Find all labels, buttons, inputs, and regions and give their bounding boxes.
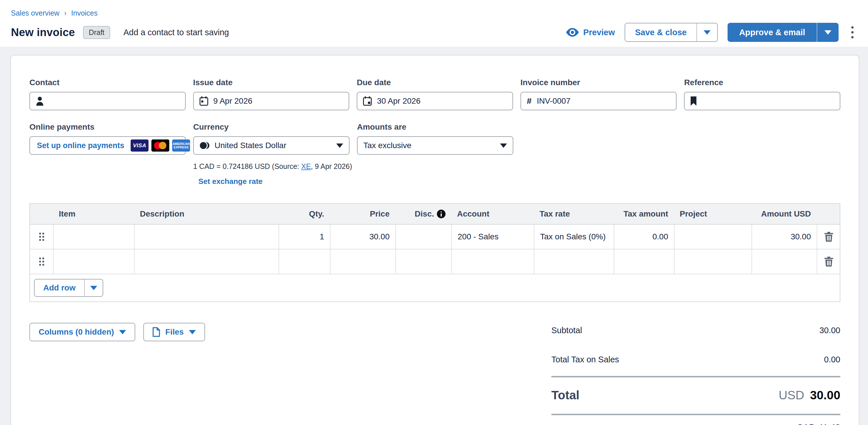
top-bar: Sales overview › Invoices New invoice Dr…	[0, 0, 868, 47]
qty-cell[interactable]: 1	[279, 225, 330, 249]
table-toolbar: Columns (0 hidden) Files	[29, 323, 205, 425]
approve-email-menu-button[interactable]	[817, 23, 839, 42]
drag-handle-icon	[39, 233, 44, 241]
columns-button[interactable]: Columns (0 hidden)	[29, 323, 135, 341]
save-close-split-button: Save & close	[625, 23, 718, 42]
drag-handle[interactable]	[30, 250, 53, 274]
breadcrumb: Sales overview › Invoices	[11, 9, 857, 18]
breadcrumb-invoices[interactable]: Invoices	[71, 9, 98, 17]
calendar-icon	[363, 96, 372, 106]
disc-cell[interactable]	[395, 250, 451, 274]
save-close-button[interactable]: Save & close	[625, 23, 696, 41]
price-cell[interactable]: 30.00	[330, 225, 395, 249]
setup-online-payments-link[interactable]: Set up online payments	[37, 141, 124, 150]
drag-handle[interactable]	[30, 225, 53, 249]
invoice-number-value: INV-0007	[537, 96, 570, 106]
chevron-right-icon: ›	[64, 9, 67, 18]
delete-column-header	[817, 204, 840, 224]
invoice-number-input[interactable]: # INV-0007	[521, 92, 677, 110]
delete-row-button[interactable]	[817, 225, 840, 249]
tax-rate-cell[interactable]	[534, 250, 614, 274]
reference-input[interactable]	[684, 92, 840, 110]
qty-cell[interactable]	[279, 250, 330, 274]
approve-email-split-button: Approve & email	[727, 23, 839, 42]
preview-label: Preview	[583, 28, 615, 37]
totals-divider	[551, 414, 840, 415]
description-cell[interactable]	[134, 225, 279, 249]
totals-divider	[551, 376, 840, 377]
reference-label: Reference	[684, 78, 840, 87]
currency-select[interactable]: United States Dollar	[193, 136, 349, 155]
due-date-input[interactable]: 30 Apr 2026	[357, 92, 513, 110]
item-cell[interactable]	[53, 250, 134, 274]
col-tax-amount: Tax amount	[614, 204, 674, 224]
item-cell[interactable]	[53, 225, 134, 249]
due-date-field: Due date 30 Apr 2026	[357, 78, 513, 110]
add-row-menu-button[interactable]	[84, 280, 103, 296]
tax-amount-cell[interactable]: 0.00	[614, 225, 674, 249]
hash-icon: #	[527, 96, 532, 106]
exchange-rate-note: 1 CAD = 0.724186 USD (Source: XE, 9 Apr …	[193, 162, 840, 171]
save-close-menu-button[interactable]	[696, 23, 717, 41]
add-row-button[interactable]: Add row	[35, 280, 84, 296]
online-payments-label: Online payments	[29, 122, 186, 132]
table-row	[30, 250, 840, 274]
delete-row-button[interactable]	[817, 250, 840, 274]
account-cell[interactable]	[451, 250, 534, 274]
subtotal-row: Subtotal 30.00	[551, 323, 840, 338]
currency-value: United States Dollar	[215, 141, 286, 150]
trash-icon	[825, 257, 833, 266]
disc-cell[interactable]	[395, 225, 451, 249]
amounts-are-select[interactable]: Tax exclusive	[357, 136, 513, 155]
currency-label: Currency	[193, 122, 349, 132]
due-date-value: 30 Apr 2026	[377, 96, 421, 106]
chevron-down-icon	[500, 143, 507, 148]
info-icon[interactable]	[437, 209, 445, 218]
total-value: 30.00	[810, 388, 840, 402]
total-tax-label: Total Tax on Sales	[551, 355, 619, 364]
chevron-down-icon	[704, 30, 711, 35]
line-items-table: Item Description Qty. Price Disc. Accoun…	[29, 203, 840, 302]
trash-icon	[825, 232, 833, 242]
files-button[interactable]: Files	[143, 323, 205, 341]
drag-handle-icon	[39, 258, 44, 266]
table-header: Item Description Qty. Price Disc. Accoun…	[30, 204, 840, 225]
amount-cell[interactable]: 30.00	[751, 225, 817, 249]
amount-cell[interactable]	[751, 250, 817, 274]
files-button-label: Files	[165, 328, 184, 337]
field-row-1: Contact Issue date	[29, 78, 840, 110]
tax-amount-cell[interactable]	[614, 250, 674, 274]
currency-field: Currency United States Dollar	[193, 122, 349, 155]
description-cell[interactable]	[134, 250, 279, 274]
contact-field: Contact	[29, 78, 186, 110]
price-cell[interactable]	[330, 250, 395, 274]
approve-email-button[interactable]: Approve & email	[727, 23, 817, 42]
reference-field: Reference	[684, 78, 840, 110]
calendar-icon	[199, 96, 208, 106]
more-options-button[interactable]	[848, 25, 857, 40]
project-cell[interactable]	[674, 225, 751, 249]
amounts-are-label: Amounts are	[357, 122, 513, 132]
breadcrumb-sales-overview[interactable]: Sales overview	[11, 9, 59, 17]
invoice-card: Contact Issue date	[10, 55, 859, 425]
set-exchange-rate-link[interactable]: Set exchange rate	[198, 177, 840, 186]
account-cell[interactable]: 200 - Sales	[451, 225, 534, 249]
total-label: Total	[551, 388, 579, 402]
below-table-row: Columns (0 hidden) Files Subtotal 30.00	[29, 323, 840, 425]
xe-source-link[interactable]: XE	[301, 162, 311, 170]
file-icon	[153, 327, 160, 337]
chevron-down-icon	[825, 30, 831, 35]
issue-date-label: Issue date	[193, 78, 349, 87]
chevron-down-icon	[189, 330, 196, 334]
col-item: Item	[53, 204, 134, 224]
totals-panel: Subtotal 30.00 Total Tax on Sales 0.00 T…	[551, 323, 840, 425]
issue-date-input[interactable]: 9 Apr 2026	[193, 92, 349, 110]
total-tax-row: Total Tax on Sales 0.00	[551, 352, 840, 367]
contact-input[interactable]	[29, 92, 186, 110]
invoice-number-field: Invoice number # INV-0007	[521, 78, 677, 110]
preview-button[interactable]: Preview	[566, 28, 615, 37]
eye-icon	[566, 28, 579, 37]
total-currency-code: USD	[779, 388, 804, 402]
tax-rate-cell[interactable]: Tax on Sales (0%)	[534, 225, 614, 249]
project-cell[interactable]	[674, 250, 751, 274]
